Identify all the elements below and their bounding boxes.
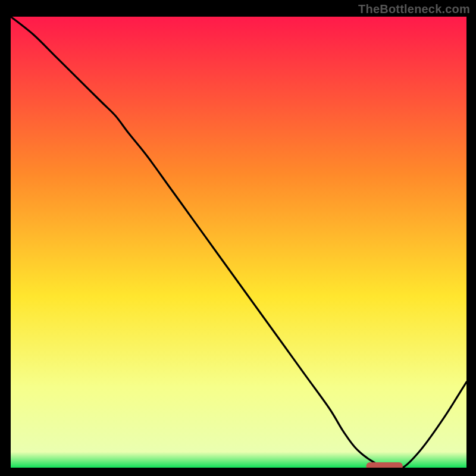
gradient-background bbox=[11, 17, 466, 468]
optimal-range-marker bbox=[367, 462, 403, 468]
chart-frame: TheBottleneck.com bbox=[0, 0, 476, 476]
chart-svg bbox=[11, 17, 466, 468]
plot-area bbox=[11, 17, 466, 468]
watermark-text: TheBottleneck.com bbox=[358, 2, 470, 16]
